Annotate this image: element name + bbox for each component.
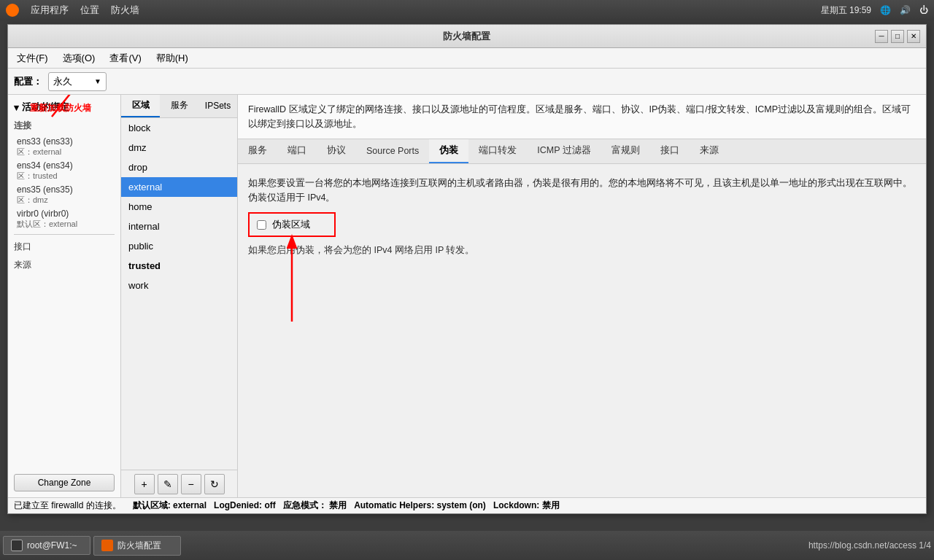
zone-dmz[interactable]: dmz xyxy=(121,138,237,158)
sidebar-ens35: ens35 (ens35) 区：dmz xyxy=(8,183,120,207)
taskbar-bottom-right: https://blog.csdn.net/access 1/4 xyxy=(808,540,931,551)
lockdown-value: 禁用 xyxy=(542,500,560,510)
svg-line-0 xyxy=(52,95,81,117)
taskbar-top: 应用程序 位置 防火墙 星期五 19:59 🌐 🔊 ⏻ xyxy=(0,0,934,20)
tab-interface[interactable]: 接口 xyxy=(650,139,690,163)
emergency-label: 应急模式： xyxy=(283,500,327,510)
terminal-label: root@FW1:~ xyxy=(27,540,77,551)
firewall-taskbar-button[interactable]: 防火墙配置 xyxy=(93,536,181,556)
sidebar-divider-1 xyxy=(14,234,115,235)
annotation-arrow-1 xyxy=(23,95,110,124)
window-body: ▾ 活动的绑定 重新加载防火墙 xyxy=(8,95,926,513)
tab-protocol[interactable]: 协议 xyxy=(317,139,356,163)
tab-source[interactable]: 来源 xyxy=(690,139,729,163)
tab-port[interactable]: 端口 xyxy=(277,139,317,163)
minimize-button[interactable]: ─ xyxy=(875,30,888,43)
masquerade-label[interactable]: 伪装区域 xyxy=(272,218,310,231)
zone-panel: 区域 服务 IPSets block dmz drop external hom… xyxy=(121,95,238,497)
taskbar-top-left: 应用程序 位置 防火墙 xyxy=(6,4,139,17)
zone-work[interactable]: work xyxy=(121,276,237,295)
location-menu[interactable]: 位置 xyxy=(80,4,99,17)
zone-toolbar: + ✎ − ↻ xyxy=(121,470,237,497)
masquerade-content: 如果您要设置一台将您的本地网络连接到互联网的主机或者路由器，伪装是很有用的。您的… xyxy=(238,164,926,268)
zone-internal[interactable]: internal xyxy=(121,217,237,236)
terminal-icon xyxy=(11,540,23,551)
view-menu[interactable]: 查看(V) xyxy=(104,50,147,66)
remove-zone-button[interactable]: − xyxy=(181,474,201,494)
app-icon xyxy=(6,4,19,17)
power-icon[interactable]: ⏻ xyxy=(919,5,928,15)
masquerade-checkbox[interactable] xyxy=(257,220,266,230)
file-menu[interactable]: 文件(F) xyxy=(11,50,54,66)
maximize-button[interactable]: □ xyxy=(891,30,904,43)
description-text: FirewallD 区域定义了绑定的网络连接、接口以及源地址的可信程度。区域是服… xyxy=(248,104,911,129)
dropdown-arrow-icon: ▼ xyxy=(94,77,101,85)
menubar: 文件(F) 选项(O) 查看(V) 帮助(H) xyxy=(8,48,926,69)
tab-service[interactable]: 服务 xyxy=(238,139,277,163)
sidebar-interface[interactable]: 接口 xyxy=(8,238,120,256)
tab-port-forward[interactable]: 端口转发 xyxy=(468,139,527,163)
refresh-zone-button[interactable]: ↻ xyxy=(204,474,225,494)
change-zone-button[interactable]: Change Zone xyxy=(14,474,115,491)
zone-tabs: 区域 服务 IPSets xyxy=(121,95,237,118)
options-menu[interactable]: 选项(O) xyxy=(57,50,101,66)
sidebar-source[interactable]: 来源 xyxy=(8,256,120,274)
page-info: https://blog.csdn.net/access 1/4 xyxy=(808,540,931,551)
description-area: FirewallD 区域定义了绑定的网络连接、接口以及源地址的可信程度。区域是服… xyxy=(238,95,926,139)
auto-helpers-label: Automatic Helpers: xyxy=(354,500,434,510)
firewall-taskbar-label: 防火墙配置 xyxy=(117,540,161,552)
zone-external[interactable]: external xyxy=(121,177,237,197)
taskbar-bottom: root@FW1:~ 防火墙配置 https://blog.csdn.net/a… xyxy=(0,531,934,560)
help-menu[interactable]: 帮助(H) xyxy=(150,50,194,66)
tab-source-ports[interactable]: Source Ports xyxy=(356,139,429,163)
statusbar-info: 默认区域: external LogDenied: off 应急模式： 禁用 A… xyxy=(133,499,560,512)
content-area: ▾ 活动的绑定 重新加载防火墙 xyxy=(8,95,926,497)
app-menu[interactable]: 应用程序 xyxy=(31,4,69,17)
config-value: 永久 xyxy=(53,75,72,88)
toolbar: 配置： 永久 ▼ xyxy=(8,69,926,95)
expand-icon: ▾ xyxy=(14,102,19,113)
sidebar-ens33: ens33 (ens33) 区：external xyxy=(8,135,120,159)
config-label: 配置： xyxy=(14,75,42,88)
annotation-arrow-2 xyxy=(277,234,336,329)
log-denied-label: LogDenied: xyxy=(214,500,262,510)
tab-ipsets[interactable]: IPSets xyxy=(198,95,237,117)
lockdown-label: Lockdown: xyxy=(493,500,539,510)
close-button[interactable]: ✕ xyxy=(907,30,920,43)
tabs-bar: 服务 端口 协议 Source Ports 伪装 端口转发 ICMP 过滤器 富… xyxy=(238,139,926,164)
zone-drop[interactable]: drop xyxy=(121,158,237,177)
tab-services[interactable]: 服务 xyxy=(160,95,198,117)
zone-public[interactable]: public xyxy=(121,236,237,256)
connection-status: 已建立至 firewalld 的连接。 xyxy=(14,499,121,512)
default-zone-value: external xyxy=(173,500,207,510)
masquerade-checkbox-container: 伪装区域 xyxy=(248,212,916,237)
emergency-value: 禁用 xyxy=(329,500,347,510)
default-zone-label: 默认区域: xyxy=(133,500,171,510)
sidebar-virbr0: virbr0 (virbr0) 默认区：external xyxy=(8,207,120,231)
tab-icmp[interactable]: ICMP 过滤器 xyxy=(527,139,601,163)
tab-zones[interactable]: 区域 xyxy=(121,95,160,117)
datetime: 星期五 19:59 xyxy=(821,4,871,17)
firewall-menu[interactable]: 防火墙 xyxy=(111,4,139,17)
zone-trusted[interactable]: trusted xyxy=(121,256,237,276)
network-icon: 🌐 xyxy=(880,5,891,15)
edit-zone-button[interactable]: ✎ xyxy=(158,474,178,494)
zone-block[interactable]: block xyxy=(121,118,237,138)
window-title: 防火墙配置 xyxy=(443,30,490,43)
terminal-button[interactable]: root@FW1:~ xyxy=(3,536,90,555)
masquerade-note: 如果您启用伪装，将会为您的 IPv4 网络启用 IP 转发。 xyxy=(248,244,916,257)
masquerade-info: 如果您要设置一台将您的本地网络连接到互联网的主机或者路由器，伪装是很有用的。您的… xyxy=(248,176,916,205)
firewall-taskbar-icon xyxy=(101,540,113,551)
config-dropdown[interactable]: 永久 ▼ xyxy=(48,72,107,91)
taskbar-top-right: 星期五 19:59 🌐 🔊 ⏻ xyxy=(821,4,928,17)
tab-masquerade[interactable]: 伪装 xyxy=(429,139,468,163)
window-controls: ─ □ ✕ xyxy=(875,30,920,43)
volume-icon: 🔊 xyxy=(900,5,911,15)
main-content: FirewallD 区域定义了绑定的网络连接、接口以及源地址的可信程度。区域是服… xyxy=(238,95,926,497)
log-denied-value: off xyxy=(264,500,275,510)
sidebar: ▾ 活动的绑定 重新加载防火墙 xyxy=(8,95,121,497)
add-zone-button[interactable]: + xyxy=(134,474,155,494)
sidebar-ens34: ens34 (ens34) 区：trusted xyxy=(8,159,120,183)
tab-rich-rules[interactable]: 富规则 xyxy=(601,139,650,163)
zone-home[interactable]: home xyxy=(121,197,237,217)
